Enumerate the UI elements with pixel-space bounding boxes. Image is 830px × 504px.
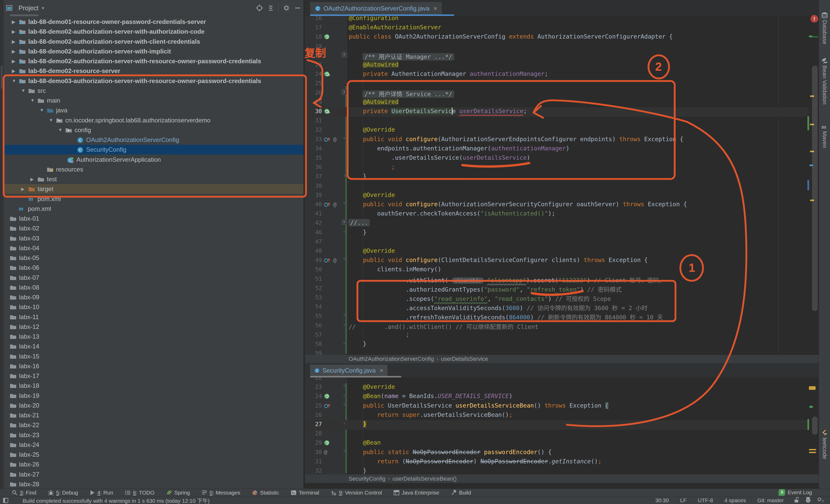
tree-item-labx-25[interactable]: labx-25 — [4, 450, 304, 460]
dock-spring[interactable]: Spring — [166, 490, 190, 496]
tree-item-lab-68-demo01-resource-owner-password-credentials-server[interactable]: ▶lab-68-demo01-resource-owner-password-c… — [4, 17, 304, 27]
tree-item-labx-04[interactable]: labx-04 — [4, 243, 304, 253]
toolwindow-leetcode[interactable]: leetcode — [819, 438, 830, 459]
tree-item-labx-08[interactable]: labx-08 — [4, 283, 304, 292]
toolwindow-switcher-icon[interactable] — [3, 497, 9, 503]
tree-item-securityconfig[interactable]: CSecurityConfig — [4, 145, 304, 155]
stripe-mark[interactable] — [809, 452, 816, 453]
breadcrumb-item[interactable]: userDetailsService — [441, 356, 488, 362]
spring-bean-icon[interactable] — [324, 33, 330, 41]
unlock-icon[interactable] — [794, 497, 800, 504]
code-line-37[interactable]: 37▵ } — [305, 172, 809, 182]
tree-item-labx-24[interactable]: labx-24 — [4, 440, 304, 450]
chevron-expanded-icon[interactable]: ▼ — [58, 128, 62, 133]
code-line-47[interactable]: 47 — [305, 238, 809, 247]
chevron-collapsed-icon[interactable]: ▶ — [21, 186, 25, 192]
autowired-bean-icon[interactable] — [324, 108, 331, 116]
scrollbar-top[interactable] — [812, 66, 818, 311]
tree-item-lab-68-demo02-authorization-server-with-authorization-code[interactable]: ▶lab-68-demo02-authorization-server-with… — [4, 27, 304, 36]
code-line-53[interactable]: 53 .scopes("read_userinfo", "read_contac… — [305, 293, 809, 303]
stripe-mark[interactable] — [807, 419, 809, 430]
code-line-56[interactable]: 56▵// .and().withClient() // 可以继续配置新的 Cl… — [305, 321, 809, 331]
close-icon[interactable]: × — [380, 367, 383, 374]
chevron-collapsed-icon[interactable]: ▶ — [12, 29, 15, 34]
stripe-mark[interactable] — [812, 36, 818, 37]
fold-marker[interactable]: ▿ — [342, 136, 347, 140]
breadcrumb-item[interactable]: OAuth2AuthorizationServerConfig — [349, 356, 434, 362]
tree-item-labx-17[interactable]: labx-17 — [4, 371, 304, 381]
fold-marker[interactable]: ▿ — [342, 383, 347, 388]
tree-item-labx-27[interactable]: labx-27 — [4, 470, 304, 479]
tree-item-authorizationserverapplication[interactable]: CAuthorizationServerApplication — [4, 155, 304, 164]
editor-top-code[interactable]: 16@Configuration17@EnableAuthorizationSe… — [305, 16, 809, 355]
tree-item-labx-13[interactable]: labx-13 — [4, 332, 304, 342]
collapse-all-icon[interactable] — [265, 2, 277, 13]
fold-marker[interactable]: + — [342, 52, 347, 57]
stripe-mark[interactable] — [809, 406, 813, 408]
chevron-collapsed-icon[interactable]: ▶ — [12, 68, 15, 74]
tree-item-labx-16[interactable]: labx-16 — [4, 361, 304, 371]
tree-item-test[interactable]: ▶test — [4, 174, 304, 184]
hector-icon[interactable] — [805, 497, 811, 504]
inspections-error-badge[interactable]: ! — [810, 15, 818, 23]
gear-icon[interactable] — [281, 2, 292, 13]
chevron-collapsed-icon[interactable]: ▶ — [12, 49, 15, 54]
tree-item-lab-68-demo02-resource-server[interactable]: ▶lab-68-demo02-resource-server — [4, 66, 304, 76]
spring-bean-icon[interactable] — [324, 393, 330, 401]
stripe-mark[interactable] — [809, 449, 816, 450]
fold-marker[interactable]: ▵ — [342, 421, 347, 425]
code-line-54[interactable]: 54 .accessTokenValiditySeconds(3600) // … — [305, 303, 809, 312]
tree-item-labx-05[interactable]: labx-05 — [4, 253, 304, 263]
status-message[interactable]: Build completed successfully with 4 warn… — [23, 497, 210, 504]
code-line-23[interactable]: 23▿ @Override — [305, 383, 809, 392]
tree-item-labx-18[interactable]: labx-18 — [4, 381, 304, 390]
tree-item-labx-02[interactable]: labx-02 — [4, 223, 304, 233]
code-line-49[interactable]: 49@▿ public void configure(ClientDetails… — [305, 256, 809, 265]
tree-item-labx-20[interactable]: labx-20 — [4, 401, 304, 410]
tab-oauth2authorizationserverconfig[interactable]: C OAuth2AuthorizationServerConfig.java × — [310, 2, 442, 15]
status-caret-position[interactable]: 30:30 — [656, 497, 669, 503]
project-dropdown-caret[interactable]: ▼ — [41, 6, 45, 10]
stripe-mark[interactable] — [809, 386, 816, 390]
code-line-55[interactable]: 55▿ .refreshTokenValiditySeconds(864000)… — [305, 312, 809, 321]
tree-item-labx-21[interactable]: labx-21 — [4, 410, 304, 420]
tree-item-pom-xml[interactable]: mpom.xml — [4, 204, 304, 214]
tree-item-labx-11[interactable]: labx-11 — [4, 312, 304, 322]
dock-build[interactable]: Build — [451, 490, 471, 496]
tree-item-labx-09[interactable]: labx-09 — [4, 292, 304, 302]
fold-marker[interactable]: ▿ — [342, 257, 347, 261]
code-line-16[interactable]: 16@Configuration — [305, 16, 809, 24]
toolwindow-bean-validation[interactable]: Bean Validation — [819, 65, 830, 105]
code-line-29[interactable]: 29 @Bean — [305, 439, 809, 448]
code-line-35[interactable]: 35 .userDetailsService(userDetailsServic… — [305, 154, 809, 163]
chevron-expanded-icon[interactable]: ▼ — [21, 88, 26, 93]
code-line-38[interactable]: 38 — [305, 182, 809, 191]
scrollbar-bottom[interactable] — [812, 416, 818, 435]
code-line-26[interactable]: 26 return super.userDetailsServiceBean()… — [305, 411, 809, 420]
code-line-50[interactable]: 50 clients.inMemory() — [305, 265, 809, 275]
dock-todo[interactable]: 6: TODO — [125, 490, 154, 496]
chevron-collapsed-icon[interactable]: ▶ — [12, 59, 15, 64]
tree-item-main[interactable]: ▼main — [4, 96, 304, 105]
code-line-59[interactable]: 59 — [305, 349, 809, 355]
code-line-30[interactable]: 30 private UserDetailsService userDetail… — [305, 107, 809, 117]
override-annotation-icon[interactable]: @ — [324, 257, 339, 264]
annotation-icon[interactable]: @ — [324, 449, 329, 457]
tree-item-labx-28[interactable]: labx-28 — [4, 479, 304, 489]
status-encoding[interactable]: UTF-8 — [698, 497, 713, 503]
tree-item-resources[interactable]: resources — [4, 164, 304, 174]
code-line-19[interactable]: 19 — [305, 42, 809, 52]
code-line-42[interactable]: 42+//... — [305, 219, 809, 228]
settings-help-icon[interactable]: ? — [817, 497, 824, 504]
locate-icon[interactable] — [254, 2, 265, 13]
code-line-57[interactable]: 57 ; — [305, 331, 809, 340]
fold-marker[interactable]: ▵ — [342, 322, 347, 326]
fold-marker[interactable]: + — [342, 89, 347, 95]
code-line-52[interactable]: 52 .authorizedGrantTypes("password", "re… — [305, 284, 809, 294]
fold-marker[interactable]: ▵ — [342, 229, 347, 233]
override-icon[interactable] — [324, 403, 332, 410]
tree-item-labx-22[interactable]: labx-22 — [4, 420, 304, 430]
tree-item-labx-10[interactable]: labx-10 — [4, 302, 304, 312]
event-log-button[interactable]: 8 Event Log — [778, 489, 812, 496]
tree-item-lab-68-demo02-authorization-server-with-resource-owner-password-credentials[interactable]: ▶lab-68-demo02-authorization-server-with… — [4, 56, 304, 66]
